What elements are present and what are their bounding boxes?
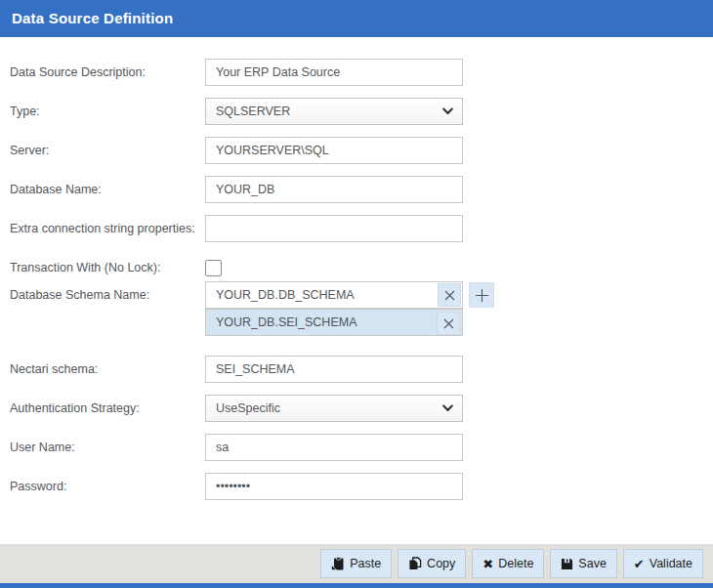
form-row: Nectari schema:	[10, 356, 713, 383]
toolbar: Paste Copy ✖ Delete Save	[0, 544, 713, 583]
schema-remove-button-2[interactable]	[437, 312, 460, 335]
validate-icon: ✔	[634, 558, 645, 570]
validate-button[interactable]: ✔ Validate	[623, 549, 703, 578]
auth-strategy-select[interactable]: UseSpecific	[205, 395, 463, 422]
nolock-label: Transaction With (No Lock):	[10, 261, 205, 274]
form-row: Database Schema Name:	[10, 281, 713, 309]
username-input[interactable]	[205, 434, 463, 461]
plus-icon	[475, 288, 489, 303]
form-row: Authentication Strategy: UseSpecific	[10, 395, 713, 422]
form-row: Password:	[10, 473, 713, 500]
form-row: Database Name:	[10, 176, 713, 203]
server-input[interactable]	[205, 137, 463, 164]
form-row: YOUR_DB.SEI_SCHEMA	[10, 309, 713, 336]
nectari-schema-input[interactable]	[205, 356, 463, 383]
schema-row-selected[interactable]: YOUR_DB.SEI_SCHEMA	[205, 309, 463, 336]
panel-title: Data Source Definition	[12, 10, 173, 26]
paste-button-label: Paste	[350, 557, 381, 570]
validate-button-label: Validate	[650, 557, 692, 570]
form-row: Extra connection string properties:	[10, 215, 713, 242]
extra-connection-input[interactable]	[205, 215, 463, 242]
schema-add-button[interactable]	[469, 282, 494, 308]
delete-button[interactable]: ✖ Delete	[472, 549, 544, 578]
schema-entry	[205, 281, 463, 309]
type-label: Type:	[10, 105, 205, 118]
database-schema-label: Database Schema Name:	[10, 288, 205, 302]
type-select[interactable]: SQLSERVER	[205, 98, 463, 125]
x-icon	[442, 317, 455, 330]
schema-input[interactable]	[205, 281, 463, 309]
schema-remove-button[interactable]	[438, 283, 461, 307]
copy-button[interactable]: Copy	[398, 549, 466, 578]
form-row: User Name:	[10, 434, 713, 461]
password-input[interactable]	[205, 473, 463, 500]
data-source-panel: Data Source Definition Data Source Descr…	[0, 0, 713, 588]
copy-icon	[408, 557, 422, 570]
chevron-down-icon	[442, 404, 453, 412]
delete-icon: ✖	[482, 558, 493, 570]
save-button[interactable]: Save	[550, 549, 617, 578]
schema-row-selected-label: YOUR_DB.SEI_SCHEMA	[216, 315, 356, 329]
nolock-checkbox[interactable]	[205, 260, 222, 276]
form-row: Type: SQLSERVER	[10, 98, 713, 125]
username-label: User Name:	[10, 441, 205, 454]
paste-button[interactable]: Paste	[320, 549, 392, 578]
save-icon	[561, 558, 573, 570]
paste-icon	[331, 557, 345, 570]
database-name-label: Database Name:	[10, 183, 205, 196]
data-source-form: Data Source Description: Type: SQLSERVER…	[0, 37, 713, 544]
panel-header: Data Source Definition	[0, 0, 713, 37]
delete-button-label: Delete	[498, 557, 533, 570]
form-row: Data Source Description:	[10, 59, 713, 86]
extra-connection-label: Extra connection string properties:	[10, 222, 205, 235]
auth-strategy-label: Authentication Strategy:	[10, 401, 205, 415]
save-button-label: Save	[578, 557, 607, 570]
chevron-down-icon	[442, 107, 453, 115]
database-name-input[interactable]	[205, 176, 463, 203]
password-label: Password:	[10, 480, 205, 493]
nectari-schema-label: Nectari schema:	[10, 362, 205, 376]
auth-strategy-value: UseSpecific	[216, 401, 280, 415]
form-row: Transaction With (No Lock):	[10, 254, 713, 281]
server-label: Server:	[10, 144, 205, 157]
x-icon	[443, 289, 456, 302]
data-source-description-input[interactable]	[205, 59, 463, 86]
form-row: Server:	[10, 137, 713, 164]
copy-button-label: Copy	[427, 557, 455, 570]
data-source-description-label: Data Source Description:	[10, 65, 205, 79]
type-select-value: SQLSERVER	[216, 105, 290, 118]
footer-accent-bar	[0, 583, 713, 588]
